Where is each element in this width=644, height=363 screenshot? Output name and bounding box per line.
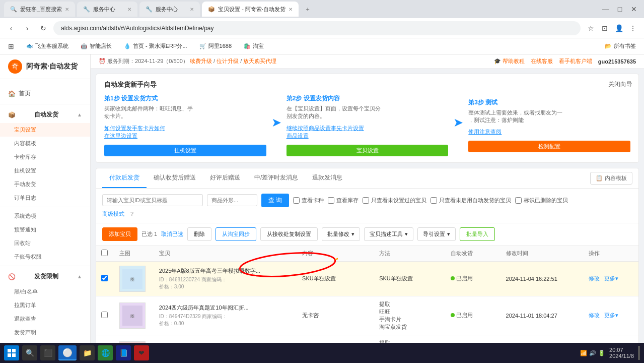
profile-btn[interactable]: 👤 (613, 22, 625, 34)
filter-disabled[interactable]: 只查看未启用自动发货的宝贝 (431, 197, 511, 204)
add-product-btn[interactable]: 添加宝贝 (102, 227, 137, 241)
search-btn[interactable]: 查 询 (261, 194, 289, 207)
plan-upgrade-link[interactable]: 位计升级 (217, 58, 239, 64)
bookmark-jushuitang[interactable]: 💧 首页 - 聚水潭ERP分... (121, 41, 190, 51)
reload-btn[interactable]: ↻ (37, 22, 49, 34)
row2-checkbox[interactable] (101, 312, 108, 318)
batch-import-btn[interactable]: 批量导入 (460, 227, 495, 241)
minimize-btn[interactable]: — (600, 3, 612, 15)
bookmark-1688[interactable]: 🛒 阿里1688 (196, 41, 235, 51)
filter-unset[interactable]: 只查看未设置过的宝贝 (363, 197, 426, 204)
menu-btn[interactable]: ⋮ (627, 22, 639, 34)
sidebar-item-subaccount[interactable]: 子账号权限 (0, 250, 90, 264)
sidebar-item-sys-options[interactable]: 系统选项 (0, 209, 90, 223)
tab-bad-review-msg[interactable]: 中/差评时发消息 (247, 168, 305, 188)
filter-deleted[interactable]: 标识已删除的宝贝 (515, 197, 568, 204)
tab-4[interactable]: 📦 宝贝设置 - 阿奇索·自动发货 ✕ (202, 2, 299, 17)
filter-stock[interactable]: 查看库存 (328, 197, 359, 204)
cancel-sel-link[interactable]: 取消已选 (161, 230, 183, 238)
tab-2[interactable]: 🔧 服务中心 ✕ (77, 2, 137, 17)
tab-refund-msg[interactable]: 退款发消息 (305, 168, 349, 188)
select-all-checkbox[interactable] (101, 250, 108, 256)
advanced-link[interactable]: 高级模式 (102, 210, 124, 218)
row1-edit-link[interactable]: 修改 (589, 275, 600, 281)
url-input[interactable] (53, 21, 581, 35)
sidebar-item-machine-setting[interactable]: 挂机设置 (0, 164, 90, 177)
step-1-btn[interactable]: 挂机设置 (104, 145, 266, 156)
bookmark-feiyuke[interactable]: 🐟 飞鱼客服系统 (23, 41, 71, 51)
new-tab-button[interactable]: ＋ (301, 5, 315, 14)
maximize-btn[interactable]: □ (614, 3, 626, 15)
tab-3[interactable]: 🔧 服务中心 ✕ (139, 2, 200, 17)
sidebar-item-order-log[interactable]: 订单日志 (0, 191, 90, 205)
filter-card-type[interactable]: 查看卡种 (293, 197, 324, 204)
tab-confirm-receive[interactable]: 确认收货后赠送 (147, 168, 203, 188)
start-btn[interactable] (4, 345, 19, 360)
step-3-link[interactable]: 使用注意查阅 (468, 128, 630, 136)
sync-taobao-btn[interactable]: 从淘宝同步 (216, 227, 256, 241)
forward-btn[interactable]: › (21, 22, 33, 34)
taskview-btn[interactable]: ⬛ (40, 345, 55, 360)
tab-1[interactable]: 🔍 爱狂客_百度搜索 ✕ (4, 2, 75, 17)
row2-edit-link[interactable]: 修改 (589, 312, 600, 318)
guide-close-btn[interactable]: 关闭向导 (608, 80, 632, 89)
sidebar-item-content-template[interactable]: 内容模板 (0, 137, 90, 150)
sidebar-item-card-stock[interactable]: 卡密库存 (0, 150, 90, 164)
tab-1-close[interactable]: ✕ (65, 7, 69, 12)
sidebar-item-blackorder[interactable]: 拉黑订单 (0, 298, 90, 312)
sidebar-item-ship-declaration[interactable]: 发货声明 (0, 326, 90, 339)
sidebar-item-recycle[interactable]: 回收站 (0, 236, 90, 250)
agent-link[interactable]: 放天购买代理 (243, 58, 276, 64)
step-1-link[interactable]: 如何设置发手客卡片如何在这里边设置 (104, 125, 266, 140)
tab-payment-ship[interactable]: 付款后发货 (102, 168, 147, 188)
row1-more-link[interactable]: 更多▾ (604, 275, 618, 281)
bookmark-zhidian[interactable]: 🤖 智能店长 (78, 41, 115, 51)
taskbar-chrome-btn[interactable]: ⚪ (58, 345, 77, 360)
mobile-client-link[interactable]: 看手机客户端 (559, 57, 592, 65)
template-btn[interactable]: 📋 内容模板 (590, 172, 632, 185)
tab-4-close[interactable]: ✕ (289, 7, 293, 12)
row2-more-link[interactable]: 更多▾ (604, 312, 618, 318)
batch-edit-btn[interactable]: 批量修改 ▾ (322, 227, 360, 241)
copy-settings-btn[interactable]: 从接收处复制设置 (260, 227, 318, 241)
bookmark-taobao[interactable]: 🛍️ 淘宝 (241, 41, 267, 51)
help-link[interactable]: 🎓 帮助教程 (494, 57, 525, 65)
apps-btn[interactable]: ⊞ (5, 40, 17, 52)
sidebar-section-limit[interactable]: 🚫 发货限制 ▲ (0, 268, 90, 285)
back-btn[interactable]: ‹ (5, 22, 17, 34)
row1-checkbox[interactable] (101, 275, 108, 281)
tab-3-close[interactable]: ✕ (190, 7, 194, 12)
sidebar-item-product-setting[interactable]: 宝贝设置 (0, 123, 90, 137)
online-service-link[interactable]: 在线客服 (531, 57, 553, 65)
filter-stock-checkbox[interactable] (328, 197, 334, 204)
taskbar-show-desktop[interactable] (638, 346, 640, 360)
filter-card-type-checkbox[interactable] (293, 197, 300, 204)
taskbar-app2-btn[interactable]: 🌐 (98, 345, 113, 360)
sidebar-item-home[interactable]: 🏠 首页 (0, 85, 90, 102)
guide-set-btn[interactable]: 导引设置 ▾ (417, 227, 456, 241)
taskbar-app3-btn[interactable]: 📘 (116, 345, 131, 360)
step-2-link[interactable]: 继续按照商品设置事先卡片设置商品设置 (287, 125, 449, 140)
sidebar-item-warning[interactable]: 预警通知 (0, 223, 90, 236)
delete-btn[interactable]: 删除 (187, 227, 211, 241)
filter-unset-checkbox[interactable] (363, 197, 369, 204)
step-2-btn[interactable]: 宝贝设置 (287, 145, 449, 156)
extension-btn[interactable]: ⊡ (599, 22, 611, 34)
filter-deleted-checkbox[interactable] (515, 197, 522, 204)
upgrade-link[interactable]: 续费升级 (190, 58, 212, 64)
tab-2-close[interactable]: ✕ (127, 7, 131, 12)
desc-tool-btn[interactable]: 宝贝描述工具 ▾ (364, 227, 413, 241)
sidebar-item-refund-check[interactable]: 退款查告 (0, 312, 90, 326)
bookmark-all[interactable]: 📂 所有书签 (602, 41, 639, 51)
star-btn[interactable]: ☆ (585, 22, 597, 34)
sidebar-item-blackwhite[interactable]: 黑/白名单 (0, 285, 90, 298)
taskbar-file-btn[interactable]: 📁 (80, 345, 95, 360)
step-3-btn[interactable]: 检测配置 (468, 141, 630, 152)
filter-disabled-checkbox[interactable] (431, 197, 437, 204)
sidebar-item-manual-ship[interactable]: 手动发货 (0, 177, 90, 191)
search-input[interactable] (102, 194, 203, 206)
taskbar-app4-btn[interactable]: ❤ (134, 345, 149, 360)
type-input[interactable] (207, 194, 257, 206)
tab-good-review[interactable]: 好评后赠送 (203, 168, 247, 188)
sidebar-section-autoship[interactable]: 📦 自动发货 ▲ (0, 106, 90, 123)
